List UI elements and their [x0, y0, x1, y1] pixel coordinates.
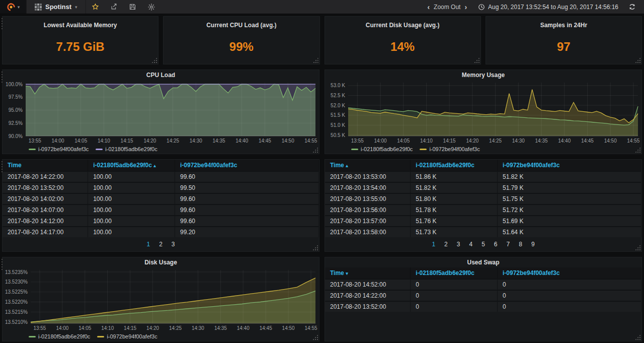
- table-row: 2017-08-20 14:22:0000: [325, 290, 641, 301]
- clock-icon: [478, 4, 485, 11]
- memory-usage-chart[interactable]: 53.0 K52.5 K52.0 K51.5 K51.0 K50.5 K13:5…: [325, 80, 641, 145]
- page-button[interactable]: 2: [159, 241, 163, 248]
- panel-title[interactable]: Used Swap: [325, 257, 641, 267]
- column-header[interactable]: i-0972be94f00afef3c: [498, 267, 641, 279]
- svg-text:53.0 K: 53.0 K: [331, 83, 345, 88]
- table-row: 2017-08-20 14:52:0000: [325, 279, 641, 290]
- column-header[interactable]: i-02180f5adb6e29f0c: [411, 160, 498, 171]
- panel-resize-handle[interactable]: [635, 57, 640, 63]
- svg-text:13:55: 13:55: [351, 138, 364, 144]
- panel-title[interactable]: Disk Usage: [3, 257, 319, 267]
- panel-title[interactable]: Current CPU Load (avg.): [206, 22, 276, 29]
- table-row: 2017-08-20 14:17:00100.0099.20: [3, 227, 319, 237]
- svg-text:14:40: 14:40: [558, 138, 571, 144]
- column-header[interactable]: Time: [3, 160, 88, 171]
- panel-title[interactable]: Samples in 24Hr: [540, 22, 587, 29]
- table-cell: 2017-08-20 13:58:00: [325, 227, 411, 237]
- table-cell: 0: [411, 301, 498, 312]
- page-button[interactable]: 5: [481, 241, 485, 248]
- chart-legend: i-02180f5adb6e29f0ci-0972be94f00afef3c: [325, 145, 641, 154]
- panel-title[interactable]: Current Disk Usage (avg.): [366, 22, 440, 29]
- grafana-logo-button[interactable]: ▾: [0, 0, 26, 14]
- dashboard-picker[interactable]: Spotinst ▾: [27, 0, 86, 14]
- svg-text:14:30: 14:30: [190, 138, 202, 144]
- page-button[interactable]: 1: [146, 241, 150, 248]
- column-header[interactable]: i-02180f5adb6e29f0c ▴: [88, 160, 175, 171]
- page-button[interactable]: 7: [507, 241, 510, 248]
- dashboard-settings-button[interactable]: [142, 0, 161, 14]
- svg-text:13.5230%: 13.5230%: [5, 279, 28, 285]
- page-button[interactable]: 1: [432, 241, 435, 248]
- svg-text:14:35: 14:35: [535, 138, 547, 144]
- page-button[interactable]: 3: [172, 241, 175, 248]
- time-range-picker[interactable]: Aug 20, 2017 13:52:54 to Aug 20, 2017 14…: [473, 4, 623, 11]
- row-drag-handle[interactable]: [1, 18, 4, 29]
- svg-text:14:25: 14:25: [167, 138, 179, 144]
- svg-text:14:35: 14:35: [214, 325, 227, 331]
- table-cell: 2017-08-20 14:07:00: [3, 204, 88, 216]
- table-cell: 2017-08-20 14:52:00: [325, 279, 411, 290]
- column-header[interactable]: i-0972be94f00afef3c: [175, 160, 319, 171]
- page-button[interactable]: 6: [494, 241, 498, 248]
- legend-item[interactable]: i-02180f5adb6e29f0c: [29, 333, 90, 339]
- legend-item[interactable]: i-02180f5adb6e29f0c: [351, 146, 413, 152]
- table-cell: 51.82 K: [498, 171, 641, 182]
- dashboard-name: Spotinst: [45, 3, 71, 11]
- svg-text:14:20: 14:20: [146, 325, 159, 331]
- column-header[interactable]: Time ▾: [325, 267, 411, 279]
- svg-text:51.0 K: 51.0 K: [331, 122, 345, 128]
- table-cell: 51.86 K: [411, 171, 498, 182]
- memory-table-panel: Time ▴i-02180f5adb6e29f0ci-0972be94f00af…: [325, 159, 642, 252]
- legend-item[interactable]: i-0972be94f00afef3c: [29, 146, 89, 152]
- column-header[interactable]: i-02180f5adb6e29f0c: [411, 267, 498, 279]
- page-button[interactable]: 3: [457, 241, 460, 248]
- table-cell: 100.00: [88, 227, 175, 237]
- svg-text:14:15: 14:15: [443, 138, 456, 144]
- column-header[interactable]: Time ▴: [325, 160, 411, 171]
- panel-title[interactable]: Memory Usage: [325, 70, 641, 80]
- star-dashboard-button[interactable]: [86, 0, 105, 14]
- table-row: 2017-08-20 13:52:00100.0099.50: [3, 182, 319, 193]
- table-row: 2017-08-20 13:54:0051.82 K51.79 K: [325, 182, 641, 193]
- svg-text:14:00: 14:00: [374, 138, 386, 144]
- refresh-button[interactable]: [625, 3, 639, 11]
- time-forward-chevron-icon[interactable]: ›: [464, 3, 467, 11]
- svg-text:14:40: 14:40: [237, 325, 250, 331]
- cpu-load-chart[interactable]: 100.0%97.5%95.0%92.5%90.0%13:5514:0014:0…: [3, 80, 319, 145]
- table-cell: 51.72 K: [498, 204, 641, 216]
- page-button[interactable]: 4: [469, 241, 472, 248]
- row-drag-handle[interactable]: [1, 161, 4, 172]
- stat-value: 99%: [229, 40, 254, 54]
- panel-resize-handle[interactable]: [635, 334, 640, 340]
- time-back-chevron-icon[interactable]: ‹: [427, 3, 430, 11]
- share-dashboard-button[interactable]: [105, 0, 123, 14]
- table-cell: 2017-08-20 14:22:00: [325, 290, 411, 301]
- panel-title[interactable]: Lowest Available Memory: [44, 22, 117, 29]
- save-dashboard-button[interactable]: [123, 0, 142, 14]
- column-header[interactable]: i-0972be94f00afef3c: [498, 160, 641, 171]
- panel-title[interactable]: CPU Load: [3, 70, 319, 80]
- legend-item[interactable]: i-0972be94f00afef3c: [97, 333, 157, 339]
- panel-resize-handle[interactable]: [313, 57, 318, 63]
- svg-text:14:20: 14:20: [143, 138, 156, 144]
- table-cell: 0: [498, 279, 641, 290]
- svg-text:13:55: 13:55: [33, 325, 46, 331]
- page-button[interactable]: 9: [531, 241, 535, 248]
- svg-text:14:50: 14:50: [282, 325, 295, 331]
- zoom-out-button[interactable]: Zoom Out: [434, 4, 460, 11]
- page-button[interactable]: 8: [519, 241, 522, 248]
- panel-resize-handle[interactable]: [151, 57, 157, 63]
- svg-text:14:15: 14:15: [121, 138, 133, 144]
- page-button[interactable]: 2: [444, 241, 448, 248]
- table-cell: 100.00: [88, 182, 175, 193]
- legend-item[interactable]: i-0972be94f00afef3c: [420, 146, 479, 152]
- panel-resize-handle[interactable]: [474, 57, 479, 63]
- table-cell: 51.73 K: [411, 227, 498, 237]
- row-drag-handle[interactable]: [1, 72, 4, 83]
- table-cell: 2017-08-20 13:52:00: [325, 301, 411, 312]
- disk-usage-chart[interactable]: 13.5235%13.5230%13.5225%13.5220%13.5215%…: [3, 267, 319, 332]
- row-drag-handle[interactable]: [1, 259, 4, 270]
- legend-item[interactable]: i-02180f5adb6e29f0c: [96, 146, 157, 152]
- svg-text:52.0 K: 52.0 K: [331, 103, 345, 108]
- memory-table-pagination: 123456789: [325, 237, 641, 250]
